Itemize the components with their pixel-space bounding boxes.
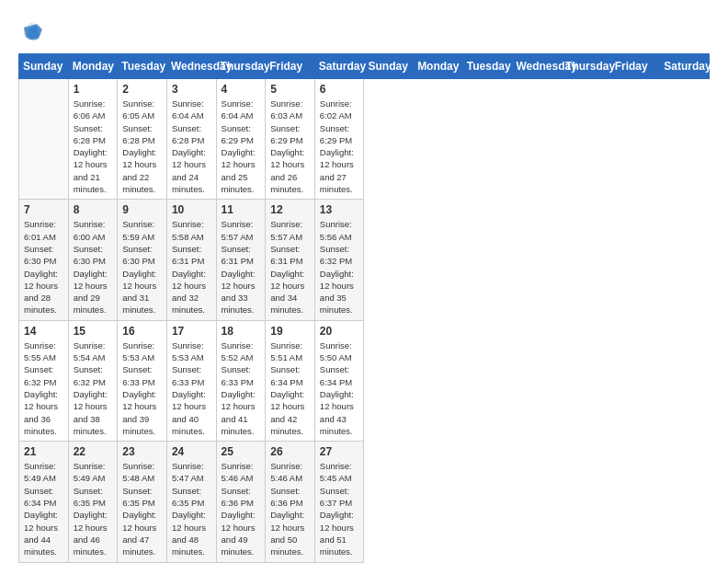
calendar-table: SundayMondayTuesdayWednesdayThursdayFrid…	[18, 53, 710, 563]
day-number: 11	[222, 203, 261, 216]
calendar-cell: 21Sunrise: 5:49 AM Sunset: 6:34 PM Dayli…	[19, 442, 69, 562]
page-header	[18, 18, 710, 44]
day-number: 19	[270, 325, 310, 338]
calendar-cell: 9Sunrise: 5:59 AM Sunset: 6:30 PM Daylig…	[118, 200, 167, 320]
header-tuesday: Tuesday	[118, 54, 167, 79]
calendar-cell: 24Sunrise: 5:47 AM Sunset: 6:35 PM Dayli…	[166, 442, 216, 562]
day-info: Sunrise: 6:01 AM Sunset: 6:30 PM Dayligh…	[24, 218, 63, 316]
day-number: 9	[122, 203, 162, 216]
day-number: 8	[74, 203, 113, 216]
day-number: 2	[122, 83, 162, 96]
day-number: 17	[172, 325, 211, 338]
day-info: Sunrise: 5:57 AM Sunset: 6:31 PM Dayligh…	[270, 218, 310, 316]
day-info: Sunrise: 5:49 AM Sunset: 6:35 PM Dayligh…	[74, 460, 113, 557]
logo	[18, 18, 48, 44]
calendar-cell: 18Sunrise: 5:52 AM Sunset: 6:33 PM Dayli…	[216, 320, 266, 441]
day-info: Sunrise: 5:54 AM Sunset: 6:32 PM Dayligh…	[74, 339, 113, 437]
calendar-cell: 23Sunrise: 5:48 AM Sunset: 6:35 PM Dayli…	[118, 442, 167, 562]
day-number: 25	[222, 445, 261, 458]
header-day-thursday: Thursday	[562, 54, 611, 79]
day-number: 3	[172, 83, 211, 96]
day-info: Sunrise: 6:00 AM Sunset: 6:30 PM Dayligh…	[74, 218, 113, 316]
calendar-week-row: 7Sunrise: 6:01 AM Sunset: 6:30 PM Daylig…	[19, 200, 710, 320]
day-number: 14	[24, 325, 63, 338]
day-info: Sunrise: 5:59 AM Sunset: 6:30 PM Dayligh…	[122, 218, 162, 316]
day-info: Sunrise: 6:03 AM Sunset: 6:29 PM Dayligh…	[270, 98, 310, 195]
day-info: Sunrise: 5:57 AM Sunset: 6:31 PM Dayligh…	[222, 218, 261, 316]
logo-icon	[18, 18, 44, 44]
calendar-cell: 2Sunrise: 6:05 AM Sunset: 6:28 PM Daylig…	[118, 79, 167, 200]
day-number: 24	[172, 445, 211, 458]
header-day-wednesday: Wednesday	[512, 54, 562, 79]
day-info: Sunrise: 5:53 AM Sunset: 6:33 PM Dayligh…	[172, 339, 211, 437]
header-wednesday: Wednesday	[166, 54, 216, 79]
header-day-saturday: Saturday	[660, 54, 710, 79]
day-info: Sunrise: 6:04 AM Sunset: 6:29 PM Dayligh…	[222, 98, 261, 195]
calendar-cell: 17Sunrise: 5:53 AM Sunset: 6:33 PM Dayli…	[166, 320, 216, 441]
header-day-monday: Monday	[414, 54, 463, 79]
calendar-cell: 14Sunrise: 5:55 AM Sunset: 6:32 PM Dayli…	[19, 320, 69, 441]
day-info: Sunrise: 5:53 AM Sunset: 6:33 PM Dayligh…	[122, 339, 162, 437]
calendar-cell: 12Sunrise: 5:57 AM Sunset: 6:31 PM Dayli…	[266, 200, 315, 320]
day-number: 7	[24, 203, 63, 216]
day-info: Sunrise: 6:05 AM Sunset: 6:28 PM Dayligh…	[122, 98, 162, 195]
day-number: 27	[320, 445, 359, 458]
calendar-cell: 11Sunrise: 5:57 AM Sunset: 6:31 PM Dayli…	[216, 200, 266, 320]
day-info: Sunrise: 5:56 AM Sunset: 6:32 PM Dayligh…	[320, 218, 359, 316]
calendar-cell: 8Sunrise: 6:00 AM Sunset: 6:30 PM Daylig…	[68, 200, 118, 320]
day-info: Sunrise: 6:02 AM Sunset: 6:29 PM Dayligh…	[320, 98, 359, 195]
day-number: 5	[270, 83, 310, 96]
calendar-week-row: 21Sunrise: 5:49 AM Sunset: 6:34 PM Dayli…	[19, 442, 710, 562]
day-info: Sunrise: 5:55 AM Sunset: 6:32 PM Dayligh…	[24, 339, 63, 437]
day-number: 21	[24, 445, 63, 458]
calendar-header-row: SundayMondayTuesdayWednesdayThursdayFrid…	[19, 54, 710, 79]
day-number: 10	[172, 203, 211, 216]
day-number: 22	[74, 445, 113, 458]
calendar-cell: 19Sunrise: 5:51 AM Sunset: 6:34 PM Dayli…	[266, 320, 315, 441]
calendar-cell: 25Sunrise: 5:46 AM Sunset: 6:36 PM Dayli…	[216, 442, 266, 562]
calendar-cell: 22Sunrise: 5:49 AM Sunset: 6:35 PM Dayli…	[68, 442, 118, 562]
day-info: Sunrise: 6:04 AM Sunset: 6:28 PM Dayligh…	[172, 98, 211, 195]
day-number: 23	[122, 445, 162, 458]
day-info: Sunrise: 5:58 AM Sunset: 6:31 PM Dayligh…	[172, 218, 211, 316]
day-number: 6	[320, 83, 359, 96]
header-day-sunday: Sunday	[364, 54, 414, 79]
header-day-tuesday: Tuesday	[462, 54, 512, 79]
day-info: Sunrise: 5:46 AM Sunset: 6:36 PM Dayligh…	[270, 460, 310, 557]
calendar-week-row: 14Sunrise: 5:55 AM Sunset: 6:32 PM Dayli…	[19, 320, 710, 441]
day-info: Sunrise: 5:50 AM Sunset: 6:34 PM Dayligh…	[320, 339, 359, 437]
calendar-cell: 16Sunrise: 5:53 AM Sunset: 6:33 PM Dayli…	[118, 320, 167, 441]
header-thursday: Thursday	[216, 54, 266, 79]
day-number: 1	[74, 83, 113, 96]
calendar-cell: 1Sunrise: 6:06 AM Sunset: 6:28 PM Daylig…	[68, 79, 118, 200]
day-info: Sunrise: 5:45 AM Sunset: 6:37 PM Dayligh…	[320, 460, 359, 557]
calendar-cell: 7Sunrise: 6:01 AM Sunset: 6:30 PM Daylig…	[19, 200, 69, 320]
day-number: 16	[122, 325, 162, 338]
header-monday: Monday	[68, 54, 118, 79]
day-info: Sunrise: 5:51 AM Sunset: 6:34 PM Dayligh…	[270, 339, 310, 437]
calendar-cell: 20Sunrise: 5:50 AM Sunset: 6:34 PM Dayli…	[314, 320, 364, 441]
header-saturday: Saturday	[314, 54, 364, 79]
day-info: Sunrise: 5:46 AM Sunset: 6:36 PM Dayligh…	[222, 460, 261, 557]
header-friday: Friday	[266, 54, 315, 79]
calendar-cell: 27Sunrise: 5:45 AM Sunset: 6:37 PM Dayli…	[314, 442, 364, 562]
day-info: Sunrise: 5:48 AM Sunset: 6:35 PM Dayligh…	[122, 460, 162, 557]
calendar-week-row: 1Sunrise: 6:06 AM Sunset: 6:28 PM Daylig…	[19, 79, 710, 200]
day-number: 4	[222, 83, 261, 96]
calendar-cell: 3Sunrise: 6:04 AM Sunset: 6:28 PM Daylig…	[166, 79, 216, 200]
day-info: Sunrise: 5:52 AM Sunset: 6:33 PM Dayligh…	[222, 339, 261, 437]
day-number: 26	[270, 445, 310, 458]
day-info: Sunrise: 5:47 AM Sunset: 6:35 PM Dayligh…	[172, 460, 211, 557]
calendar-cell: 26Sunrise: 5:46 AM Sunset: 6:36 PM Dayli…	[266, 442, 315, 562]
day-number: 12	[270, 203, 310, 216]
calendar-cell: 15Sunrise: 5:54 AM Sunset: 6:32 PM Dayli…	[68, 320, 118, 441]
day-info: Sunrise: 6:06 AM Sunset: 6:28 PM Dayligh…	[74, 98, 113, 195]
day-number: 20	[320, 325, 359, 338]
day-info: Sunrise: 5:49 AM Sunset: 6:34 PM Dayligh…	[24, 460, 63, 557]
header-day-friday: Friday	[610, 54, 660, 79]
calendar-cell: 6Sunrise: 6:02 AM Sunset: 6:29 PM Daylig…	[314, 79, 364, 200]
calendar-cell: 10Sunrise: 5:58 AM Sunset: 6:31 PM Dayli…	[166, 200, 216, 320]
calendar-cell: 13Sunrise: 5:56 AM Sunset: 6:32 PM Dayli…	[314, 200, 364, 320]
calendar-cell: 5Sunrise: 6:03 AM Sunset: 6:29 PM Daylig…	[266, 79, 315, 200]
day-number: 18	[222, 325, 261, 338]
